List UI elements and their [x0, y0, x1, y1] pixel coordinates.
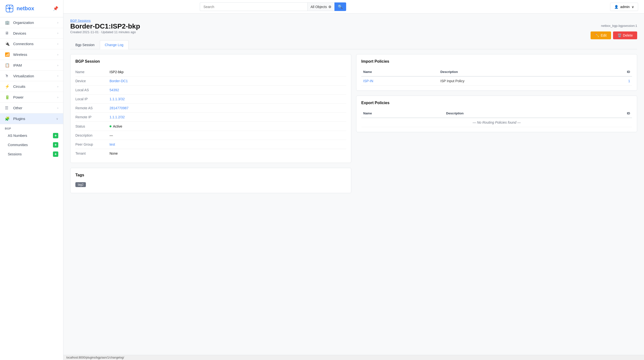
sidebar-item-label: Organization: [13, 20, 34, 25]
tags-list: tag2: [76, 181, 346, 188]
sidebar-item-devices[interactable]: 🖥 Devices ›: [0, 28, 63, 38]
import-policies-title: Import Policies: [361, 59, 632, 64]
sidebar-item-connections[interactable]: 🔌 Connections ›: [0, 38, 63, 49]
sidebar-item-ipam[interactable]: 📋 IPAM ›: [0, 60, 63, 71]
policy-id-link[interactable]: 1: [628, 79, 630, 83]
header: All Objects ⚙ 🔍 👤 admin ∨: [64, 0, 644, 14]
sidebar-item-circuits[interactable]: ⚡ Circuits ›: [0, 81, 63, 92]
title-area: Border-DC1:ISP2-bkp Created 2021-11-01 ·…: [70, 22, 140, 39]
chevron-down-icon: ∨: [56, 117, 58, 120]
breadcrumb[interactable]: BGP Sessions: [70, 19, 91, 22]
col-id: ID: [593, 68, 632, 76]
remote-ip-link[interactable]: 1.1.1.2/32: [110, 115, 125, 119]
col-description: Description: [438, 68, 593, 76]
as-numbers-label: AS Numbers: [8, 134, 27, 138]
bgp-session-card: BGP Session Name ISP2-bkp Device Border-…: [70, 54, 351, 163]
right-header: netbox_bgp.bgpsession:1 ✏️ Edit 🗑️ Delet…: [590, 22, 637, 39]
field-label: Device: [76, 76, 110, 86]
delete-label: Delete: [623, 34, 633, 37]
search-type-dropdown[interactable]: All Objects ⚙: [307, 2, 334, 11]
pencil-icon: ✏️: [595, 34, 599, 37]
pin-icon: 📌: [53, 6, 58, 11]
logo-area: netbox 📌: [0, 0, 63, 17]
add-sessions-button[interactable]: +: [53, 152, 58, 157]
wireless-icon: 📶: [5, 52, 10, 57]
tab-change-log[interactable]: Change Log: [100, 40, 128, 49]
page-title: Border-DC1:ISP2-bkp: [70, 22, 140, 30]
admin-label: admin: [620, 5, 630, 9]
edit-label: Edit: [600, 34, 606, 37]
field-value: 2814770987: [110, 104, 346, 113]
device-link[interactable]: Border-DC1: [110, 79, 128, 83]
ipam-icon: 📋: [5, 63, 10, 68]
field-label: Name: [76, 68, 110, 76]
admin-menu-button[interactable]: 👤 admin ∨: [610, 3, 638, 11]
edit-button[interactable]: ✏️ Edit: [590, 32, 611, 39]
chevron-right-icon: ›: [57, 96, 58, 99]
logo-text: netbox: [16, 5, 34, 12]
col-description: Description: [444, 109, 585, 118]
export-policies-table: Name Description ID — No Routing Policie…: [361, 109, 632, 127]
tabs: Bgp Session Change Log: [70, 40, 637, 49]
sidebar-item-other[interactable]: ☰ Other ›: [0, 103, 63, 114]
field-label: Status: [76, 122, 110, 131]
search-type-label: All Objects: [310, 5, 327, 9]
peer-group-link[interactable]: test: [110, 142, 115, 146]
export-policies-title: Export Policies: [361, 101, 632, 105]
main-content: All Objects ⚙ 🔍 👤 admin ∨ BGP Sessions B…: [64, 0, 644, 360]
page-id: netbox_bgp.bgpsession:1: [601, 22, 637, 28]
export-policies-card: Export Policies Name Description ID — No: [356, 96, 637, 132]
status-bar: localhost:8000/plugins/bgp/asn/1/changel…: [64, 355, 644, 360]
col-name: Name: [361, 109, 444, 118]
isp-in-link[interactable]: ISP-IN: [363, 79, 373, 83]
table-row: Peer Group test: [76, 140, 346, 149]
policy-id: 1: [593, 76, 632, 86]
virtualization-icon: 🖱: [5, 74, 10, 78]
organization-icon: 🏢: [5, 20, 10, 25]
chevron-right-icon: ›: [57, 85, 58, 88]
local-as-link[interactable]: 54392: [110, 88, 119, 92]
table-row: Local IP 1.1.1.3/32: [76, 95, 346, 104]
sidebar-item-label: Power: [13, 95, 24, 99]
communities-label: Communities: [8, 143, 28, 147]
sidebar-item-as-numbers[interactable]: AS Numbers +: [0, 131, 63, 140]
svg-line-4: [6, 5, 10, 8]
sidebar-item-virtualization[interactable]: 🖱 Virtualization ›: [0, 71, 63, 81]
content-grid: BGP Session Name ISP2-bkp Device Border-…: [70, 54, 637, 193]
add-communities-button[interactable]: +: [53, 142, 58, 148]
table-row: Tenant None: [76, 149, 346, 158]
col-name: Name: [361, 68, 438, 76]
chevron-down-icon: ∨: [632, 5, 634, 9]
table-row: Local AS 54392: [76, 86, 346, 95]
search-button[interactable]: 🔍: [334, 2, 346, 11]
delete-button[interactable]: 🗑️ Delete: [613, 32, 637, 39]
sidebar-item-label: Circuits: [13, 84, 25, 88]
plugins-icon: 🧩: [5, 116, 10, 121]
bgp-session-card-title: BGP Session: [76, 59, 346, 64]
chevron-right-icon: ›: [57, 106, 58, 110]
sidebar-item-organization[interactable]: 🏢 Organization ›: [0, 17, 63, 28]
search-group: All Objects ⚙ 🔍: [200, 2, 346, 11]
add-as-numbers-button[interactable]: +: [53, 133, 58, 138]
local-ip-link[interactable]: 1.1.1.3/32: [110, 97, 125, 101]
sessions-label: Sessions: [8, 152, 22, 156]
field-value: 54392: [110, 86, 346, 95]
field-value: Active: [110, 122, 346, 131]
sidebar-item-sessions[interactable]: Sessions +: [0, 150, 63, 159]
table-header-row: Name Description ID: [361, 109, 632, 118]
sidebar-item-wireless[interactable]: 📶 Wireless ›: [0, 49, 63, 60]
sidebar-item-communities[interactable]: Communities +: [0, 140, 63, 150]
sidebar-item-power[interactable]: 🔋 Power ›: [0, 92, 63, 103]
empty-message: — No Routing Policies found —: [361, 118, 632, 127]
field-value: test: [110, 140, 346, 149]
tab-bgp-session[interactable]: Bgp Session: [70, 40, 100, 49]
right-column: Import Policies Name Description ID ISP-…: [356, 54, 637, 193]
remote-as-link[interactable]: 2814770987: [110, 106, 128, 110]
status-dot: [110, 125, 112, 127]
field-label: Local AS: [76, 86, 110, 95]
search-input[interactable]: [200, 2, 307, 11]
sidebar-item-plugins[interactable]: 🧩 Plugins ∨: [0, 114, 63, 124]
field-label: Local IP: [76, 95, 110, 104]
sidebar-item-label: Connections: [13, 42, 34, 46]
chevron-right-icon: ›: [57, 53, 58, 56]
